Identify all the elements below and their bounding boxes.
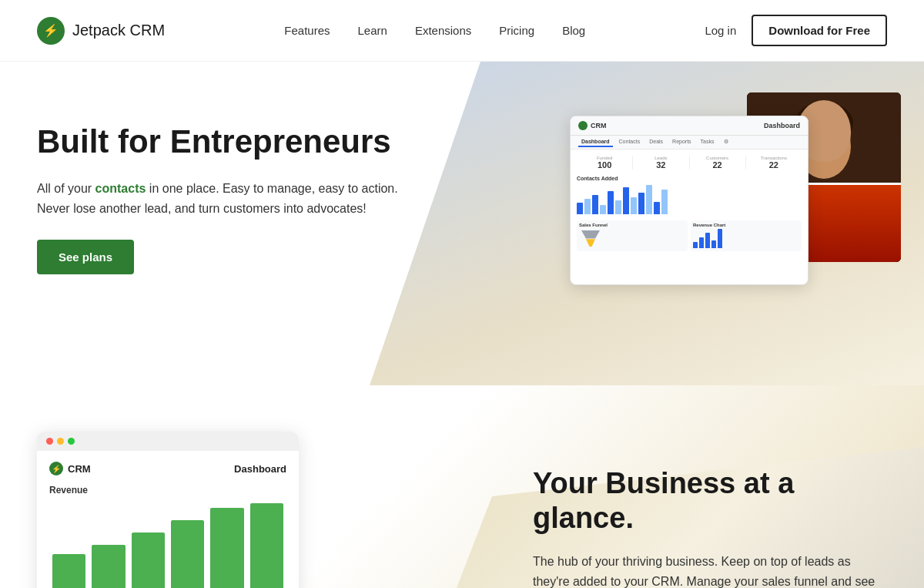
nav-features[interactable]: Features	[284, 24, 330, 37]
logo: ⚡ Jetpack CRM	[37, 17, 165, 45]
window-dot-green	[68, 438, 75, 445]
second-content: Your Business at a glance. The hub of yo…	[502, 466, 887, 588]
dash-bar-chart	[577, 183, 802, 214]
dash-stat-customers: Customers 22	[690, 156, 746, 170]
widget-bar-chart	[49, 503, 286, 588]
funnel-chart	[579, 229, 602, 248]
dash-bar	[592, 195, 598, 214]
widget-bar	[171, 520, 204, 588]
dash-rev-bar	[705, 233, 710, 248]
dash-contacts-chart: Contacts Added	[571, 173, 808, 217]
window-dot-red	[46, 438, 53, 445]
dash-revenue-bars	[693, 229, 799, 248]
dash-rev-bar	[699, 237, 704, 248]
widget-body: ⚡ CRM Dashboard Revenue Revenue $	[37, 451, 299, 588]
nav-blog[interactable]: Blog	[562, 24, 585, 37]
hero-content: Built for Entrepreneurs All of your cont…	[37, 108, 422, 274]
nav-pricing[interactable]: Pricing	[499, 24, 534, 37]
dash-bar	[654, 202, 660, 214]
widget-dashboard-label: Dashboard	[234, 463, 286, 475]
main-nav: Features Learn Extensions Pricing Blog	[284, 24, 585, 37]
widget-bolt-icon: ⚡	[49, 462, 63, 475]
dash-stat-leads: Leads 32	[633, 156, 689, 170]
svg-marker-9	[581, 230, 600, 239]
download-button[interactable]: Download for Free	[752, 15, 887, 46]
widget-crm-label: ⚡ CRM	[49, 462, 91, 475]
dash-bar	[646, 185, 652, 214]
dash-bottom-panels: Sales Funnel Revenue Chart	[571, 217, 808, 254]
hero-images: CRM Dashboard Dashboard Contacts Deals R…	[570, 69, 901, 378]
dash-revenue-chart: Revenue Chart	[691, 220, 802, 251]
dash-tab-tasks: Tasks	[698, 137, 718, 147]
dash-stat-funded: Funded 100	[577, 156, 633, 170]
hero-description: All of your contacts in one place. Easy …	[37, 179, 422, 218]
dash-bar	[608, 191, 614, 214]
dash-tab-contacts: Contacts	[616, 137, 644, 147]
svg-point-6	[806, 140, 822, 156]
widget-header-row: ⚡ CRM Dashboard	[49, 462, 286, 475]
dash-stat-transactions: Transactions 22	[746, 156, 802, 170]
nav-extensions[interactable]: Extensions	[415, 24, 471, 37]
dash-bar	[584, 199, 591, 214]
dash-rev-bar	[718, 229, 722, 248]
dash-tab-settings: ⚙	[721, 137, 732, 147]
svg-marker-10	[586, 239, 595, 247]
svg-point-7	[826, 140, 842, 156]
widget-bar	[52, 554, 85, 588]
dash-sales-funnel: Sales Funnel	[577, 220, 688, 251]
widget-bar	[210, 508, 243, 588]
widget-bar	[92, 545, 125, 588]
dash-header: CRM Dashboard	[571, 116, 808, 136]
dash-tabs: Dashboard Contacts Deals Reports Tasks ⚙	[571, 136, 808, 150]
dash-rev-bar	[711, 240, 716, 248]
widget-chart-label: Revenue	[49, 485, 286, 496]
second-description: The hub of your thriving business. Keep …	[533, 552, 887, 588]
dash-bar	[600, 205, 606, 214]
second-section: ⚡ CRM Dashboard Revenue Revenue $	[0, 385, 924, 588]
header-actions: Log in Download for Free	[705, 15, 887, 46]
dash-dashboard-label: Dashboard	[764, 122, 800, 129]
dash-bar	[638, 193, 644, 214]
crm-widget: ⚡ CRM Dashboard Revenue Revenue $	[37, 432, 299, 588]
widget-bar	[250, 503, 283, 588]
widget-titlebar	[37, 432, 299, 451]
window-dot-yellow	[57, 438, 64, 445]
dash-bar	[577, 203, 583, 214]
hero-title: Built for Entrepreneurs	[37, 123, 422, 160]
nav-learn[interactable]: Learn	[358, 24, 387, 37]
dashboard-screenshot: CRM Dashboard Dashboard Contacts Deals R…	[570, 116, 808, 285]
second-title: Your Business at a glance.	[533, 466, 887, 536]
dash-bar	[623, 187, 629, 214]
dash-tab-deals: Deals	[646, 137, 666, 147]
see-plans-button[interactable]: See plans	[37, 240, 134, 274]
dash-rev-bar	[693, 242, 698, 248]
bolt-icon: ⚡	[43, 23, 59, 38]
dash-tab-reports: Reports	[669, 137, 695, 147]
logo-text: Jetpack CRM	[72, 22, 165, 39]
login-link[interactable]: Log in	[705, 24, 736, 37]
site-header: ⚡ Jetpack CRM Features Learn Extensions …	[0, 0, 924, 62]
contacts-link[interactable]: contacts	[95, 182, 146, 195]
hero-section: Built for Entrepreneurs All of your cont…	[0, 62, 924, 385]
dash-crm-label: CRM	[578, 121, 607, 130]
logo-icon: ⚡	[37, 17, 65, 45]
dash-bar	[661, 190, 668, 214]
widget-bar	[132, 533, 165, 588]
dash-mini-icon	[578, 121, 588, 130]
dash-bar	[631, 197, 637, 214]
dash-bar	[615, 200, 621, 214]
dash-tab-dashboard: Dashboard	[578, 137, 613, 147]
dash-stats: Funded 100 Leads 32 Customers 22 Transac…	[571, 150, 808, 173]
